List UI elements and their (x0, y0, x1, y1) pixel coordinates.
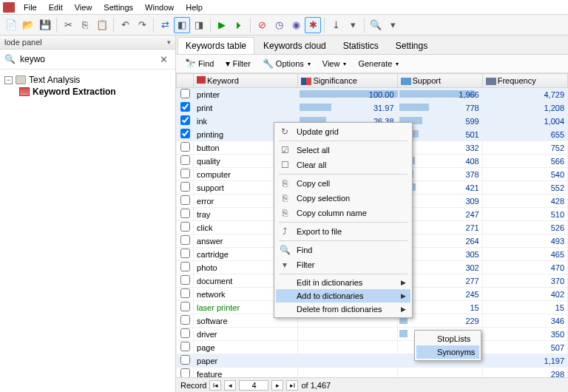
ctx-filter[interactable]: ▾Filter (276, 257, 410, 272)
tb-runall-icon[interactable]: ⏵ (231, 17, 247, 33)
table-row[interactable]: paper1,197 (177, 354, 568, 368)
row-checkbox[interactable] (180, 275, 190, 285)
row-checkbox-cell[interactable] (177, 128, 194, 141)
tb-clock-icon[interactable]: ◷ (271, 17, 287, 33)
row-checkbox-cell[interactable] (177, 141, 194, 155)
ctx-copy-cell[interactable]: ⎘Copy cell (276, 176, 410, 191)
menu-file[interactable]: File (18, 1, 43, 13)
tree-root[interactable]: − Text Analysis (3, 74, 172, 86)
row-checkbox[interactable] (180, 169, 190, 178)
row-checkbox-cell[interactable] (177, 261, 194, 274)
tb-redo-icon[interactable]: ↷ (134, 17, 150, 33)
generate-button[interactable]: Generate▾ (354, 58, 403, 70)
ctx-copy-selection[interactable]: ⎘Copy selection (276, 191, 410, 206)
col-check[interactable] (177, 74, 194, 88)
tb-dropdown-icon[interactable]: ▾ (345, 17, 361, 33)
expand-icon[interactable]: − (4, 76, 13, 84)
ctx-del-dict[interactable]: Delete from dictionaries▶ (276, 303, 410, 316)
tab-statistics[interactable]: Statistics (335, 37, 387, 54)
row-checkbox-cell[interactable] (177, 354, 194, 368)
tb-panel2-icon[interactable]: ◨ (191, 17, 207, 33)
tb-search-icon[interactable]: 🔍 (368, 17, 384, 33)
row-checkbox[interactable] (180, 182, 190, 192)
row-checkbox[interactable] (180, 115, 190, 125)
ctx-copy-column[interactable]: ⎘Copy column name (276, 206, 410, 220)
row-checkbox[interactable] (180, 89, 190, 98)
tb-panel-icon[interactable]: ◧ (174, 17, 190, 33)
tab-keywords-cloud[interactable]: Keywords cloud (255, 37, 334, 54)
menu-window[interactable]: Window (139, 1, 180, 13)
table-row[interactable]: page507 (177, 341, 568, 354)
nav-first-icon[interactable]: I◂ (209, 380, 221, 391)
menu-help[interactable]: Help (180, 1, 209, 13)
col-frequency[interactable]: Frequency (482, 74, 567, 88)
row-checkbox-cell[interactable] (177, 274, 194, 288)
menu-view[interactable]: View (69, 1, 98, 13)
collapse-icon[interactable]: ▾ (167, 38, 171, 46)
col-support[interactable]: Support (397, 74, 482, 88)
tb-paste-icon[interactable]: 📋 (94, 17, 110, 33)
row-checkbox-cell[interactable] (177, 248, 194, 261)
row-checkbox[interactable] (180, 302, 190, 311)
row-checkbox-cell[interactable] (177, 88, 194, 101)
row-checkbox-cell[interactable] (177, 328, 194, 341)
tb-filter-icon[interactable]: ▾ (385, 17, 401, 33)
record-input[interactable] (239, 380, 268, 391)
tb-cut-icon[interactable]: ✂ (60, 17, 76, 33)
tb-run-icon[interactable]: ▶ (214, 17, 230, 33)
row-checkbox[interactable] (180, 315, 190, 325)
table-row[interactable]: driver227350 (177, 328, 568, 341)
view-button[interactable]: View▾ (318, 58, 351, 70)
row-checkbox[interactable] (180, 142, 190, 152)
sub-stoplists[interactable]: StopLists (416, 332, 479, 345)
row-checkbox-cell[interactable] (177, 155, 194, 168)
tb-layout-icon[interactable]: ⇄ (157, 17, 173, 33)
row-checkbox[interactable] (180, 129, 190, 138)
row-checkbox-cell[interactable] (177, 221, 194, 234)
tb-undo-icon[interactable]: ↶ (117, 17, 133, 33)
find-button[interactable]: 🔭Find (180, 57, 218, 70)
filter-button[interactable]: ▾Filter (221, 57, 254, 70)
ctx-export[interactable]: ⤴Export to file (276, 224, 410, 239)
row-checkbox-cell[interactable] (177, 341, 194, 354)
row-checkbox-cell[interactable] (177, 168, 194, 181)
row-checkbox[interactable] (180, 235, 190, 245)
table-row[interactable]: print31.977781,208 (177, 101, 568, 115)
clear-search-icon[interactable]: ✕ (157, 54, 171, 65)
sub-synonyms[interactable]: Synonyms (416, 345, 479, 359)
row-checkbox[interactable] (180, 155, 190, 165)
row-checkbox[interactable] (180, 355, 190, 365)
row-checkbox[interactable] (180, 222, 190, 232)
row-checkbox-cell[interactable] (177, 288, 194, 301)
row-checkbox[interactable] (180, 102, 190, 112)
tb-save-icon[interactable]: 💾 (37, 17, 53, 33)
tab-settings[interactable]: Settings (388, 37, 436, 54)
row-checkbox-cell[interactable] (177, 195, 194, 208)
row-checkbox-cell[interactable] (177, 181, 194, 195)
col-keyword[interactable]: Keyword (194, 74, 298, 88)
row-checkbox[interactable] (180, 195, 190, 205)
row-checkbox[interactable] (180, 342, 190, 351)
menu-settings[interactable]: Settings (98, 1, 139, 13)
row-checkbox-cell[interactable] (177, 208, 194, 221)
tb-new-icon[interactable]: 📄 (3, 17, 19, 33)
row-checkbox-cell[interactable] (177, 301, 194, 314)
ctx-update-grid[interactable]: ↻Update grid (276, 124, 410, 139)
options-button[interactable]: 🔧Options▾ (258, 57, 315, 70)
ctx-select-all[interactable]: ☑Select all (276, 143, 410, 158)
ctx-add-dict[interactable]: Add to dictionaries▶ (276, 289, 410, 303)
row-checkbox[interactable] (180, 262, 190, 271)
tb-globe-icon[interactable]: ◉ (288, 17, 304, 33)
row-checkbox[interactable] (180, 249, 190, 258)
nav-last-icon[interactable]: ▸I (286, 380, 298, 391)
ctx-find[interactable]: 🔍Find (276, 243, 410, 257)
tb-open-icon[interactable]: 📂 (20, 17, 36, 33)
row-checkbox-cell[interactable] (177, 234, 194, 248)
tab-keywords-table[interactable]: Keywords table (178, 37, 254, 54)
table-row[interactable]: printer100.001,9664,729 (177, 88, 568, 101)
search-input[interactable] (18, 53, 154, 66)
row-checkbox-cell[interactable] (177, 314, 194, 328)
row-checkbox-cell[interactable] (177, 115, 194, 128)
nav-next-icon[interactable]: ▸ (271, 380, 283, 391)
tb-import-icon[interactable]: ⤓ (328, 17, 344, 33)
